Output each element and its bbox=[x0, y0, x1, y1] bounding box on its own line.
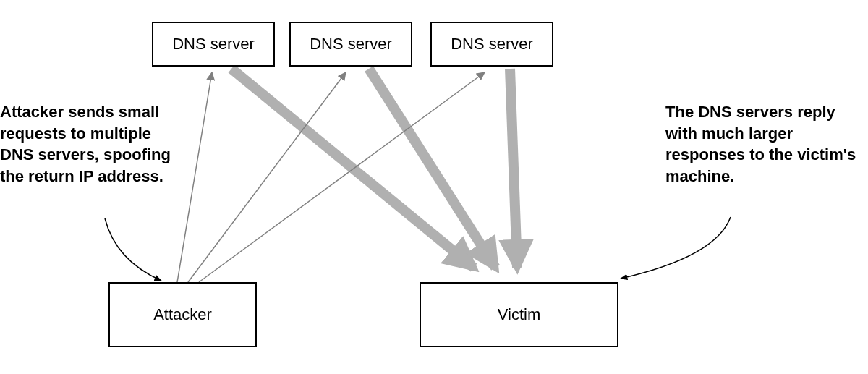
attacker-node: Attacker bbox=[109, 282, 257, 347]
annotation-responses: The DNS servers reply with much larger r… bbox=[665, 101, 868, 187]
dns-server-1-label: DNS server bbox=[172, 35, 255, 54]
callout-right bbox=[621, 217, 731, 279]
dns-server-2-label: DNS server bbox=[310, 35, 392, 54]
dns-server-1: DNS server bbox=[152, 22, 275, 67]
diagram-stage: DNS server DNS server DNS server Attacke… bbox=[0, 0, 868, 374]
victim-label: Victim bbox=[498, 305, 541, 324]
attacker-label: Attacker bbox=[153, 305, 212, 324]
callout-left bbox=[105, 218, 161, 281]
request-arrow-attacker-dns1 bbox=[177, 72, 212, 282]
response-arrow-dns3-victim bbox=[510, 69, 517, 268]
victim-node: Victim bbox=[420, 282, 618, 347]
annotation-attacker: Attacker sends small requests to multipl… bbox=[0, 101, 181, 187]
dns-server-3: DNS server bbox=[430, 22, 553, 67]
dns-server-3-label: DNS server bbox=[451, 35, 533, 54]
dns-server-2: DNS server bbox=[289, 22, 412, 67]
